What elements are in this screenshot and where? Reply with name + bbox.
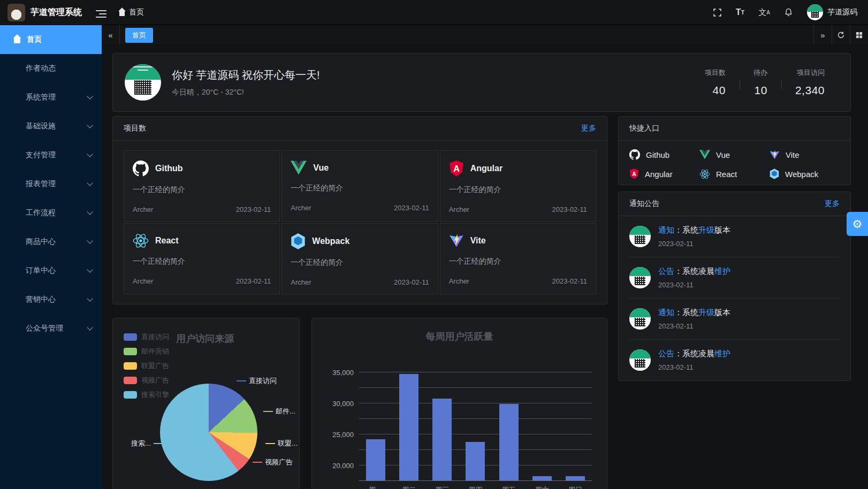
y-axis-tick: 35,000 (332, 369, 354, 377)
user-name: 芋道源码 (827, 7, 857, 17)
chevron-down-icon (87, 180, 93, 186)
project-card-webpack[interactable]: Webpack 一个正经的简介 Archer 2023-02-11 (281, 223, 438, 294)
notice-avatar (629, 308, 651, 330)
theme-settings-button[interactable]: ⚙ (847, 212, 868, 236)
x-axis-tick: 周日 (559, 485, 592, 489)
breadcrumb-item-home[interactable]: 首页 (129, 7, 144, 17)
legend-item[interactable]: 搜索引擎 (124, 390, 169, 400)
legend-label: 搜索引擎 (141, 390, 169, 400)
notices-more-link[interactable]: 更多 (825, 199, 840, 209)
legend-label: 直接访问 (141, 332, 169, 342)
project-author: Archer (133, 277, 153, 285)
legend-item[interactable]: 邮件营销 (124, 347, 169, 356)
projects-panel: 项目数 更多 Github (112, 116, 607, 304)
svg-text:A: A (453, 164, 460, 173)
pie-slice-label: 视频广告 (250, 457, 293, 467)
sidebar-item-marketing-center[interactable]: 营销中心 (0, 285, 102, 314)
sidebar-item-system[interactable]: 系统管理 (0, 83, 102, 112)
project-card-vue[interactable]: Vue 一个正经的简介 Archer 2023-02-11 (281, 150, 438, 221)
sidebar: 首页 作者动态 系统管理 基础设施 支付管理 报表管理 工作流程 商品中心 (0, 25, 102, 489)
sidebar-item-order-center[interactable]: 订单中心 (0, 256, 102, 285)
x-axis-tick: 周四 (459, 485, 492, 489)
sidebar-item-workflow[interactable]: 工作流程 (0, 198, 102, 227)
notice-item[interactable]: 通知：系统升级版本 2023-02-11 (629, 299, 840, 340)
shortcut-vite[interactable]: Vite (770, 149, 840, 160)
shortcut-github[interactable]: Github (629, 149, 699, 160)
project-date: 2023-02-11 (552, 205, 587, 213)
sidebar-item-product-center[interactable]: 商品中心 (0, 227, 102, 256)
sidebar-item-infra[interactable]: 基础设施 (0, 112, 102, 141)
bar-chart-title: 每周用户活跃量 (312, 330, 607, 343)
legend-swatch (124, 362, 137, 370)
notice-item[interactable]: 公告：系统凌晨维护 2023-02-11 (629, 257, 840, 299)
sidebar-item-home[interactable]: 首页 (0, 25, 102, 54)
bar[interactable] (466, 442, 485, 480)
bar[interactable] (366, 439, 385, 480)
pie-chart-title: 用户访问来源 (176, 332, 234, 345)
bar[interactable] (399, 374, 418, 480)
pie-chart[interactable] (160, 384, 257, 481)
bar[interactable] (432, 399, 452, 480)
project-date: 2023-02-11 (236, 205, 271, 213)
shortcut-vue[interactable]: Vue (699, 149, 770, 160)
sidebar-item-report[interactable]: 报表管理 (0, 170, 102, 198)
legend-item[interactable]: 联盟广告 (124, 361, 169, 371)
menu-fold-icon[interactable] (96, 8, 106, 17)
angular-icon: A (629, 169, 639, 179)
font-size-icon[interactable]: TT (736, 7, 745, 17)
legend-item[interactable]: 视频广告 (124, 376, 169, 385)
welcome-card: 你好 芋道源码 祝你开心每一天! 今日晴，20°C - 32°C! 项目数 40… (112, 53, 851, 112)
refresh-icon[interactable] (832, 25, 850, 45)
bar[interactable] (566, 476, 585, 480)
bar[interactable] (532, 476, 552, 480)
shortcut-angular[interactable]: A Angular (629, 169, 699, 179)
legend-label: 视频广告 (141, 376, 169, 385)
tab-home[interactable]: 首页 (125, 28, 153, 43)
vue-icon (699, 150, 710, 159)
x-axis-line: 0 (359, 480, 592, 481)
project-card-vite[interactable]: Vite 一个正经的简介 Archer 2023-02-11 (440, 223, 596, 294)
project-card-github[interactable]: Github 一个正经的简介 Archer 2023-02-11 (124, 150, 280, 221)
chevron-down-icon (87, 209, 93, 215)
bar-chart-x-axis: 周一周二周三周四周五周六周日 (359, 485, 592, 489)
sidebar-item-author-news[interactable]: 作者动态 (0, 54, 102, 83)
bar[interactable] (499, 404, 519, 480)
bar-chart-plot[interactable]: 05,00010,00015,00020,00025,00030,00035,0… (359, 372, 592, 480)
fullscreen-icon[interactable] (713, 8, 722, 17)
vite-icon (770, 150, 780, 160)
tabs-scroll-right-button[interactable]: » (813, 25, 832, 45)
sidebar-item-payment[interactable]: 支付管理 (0, 141, 102, 170)
legend-swatch (124, 391, 137, 399)
home-icon (118, 9, 126, 16)
pie-chart-legend: 直接访问邮件营销联盟广告视频广告搜索引擎 (124, 332, 169, 404)
app-header: 芋道管理系统 首页 TT 文A 芋道源码 (0, 0, 868, 25)
notification-bell-icon[interactable] (784, 7, 793, 17)
projects-more-link[interactable]: 更多 (581, 124, 596, 133)
chevron-down-icon (87, 238, 93, 243)
notices-panel: 通知公告 更多 通知：系统升级版本 2023-02-11 (618, 192, 851, 381)
project-card-angular[interactable]: A Angular 一个正经的简介 Archer 2023-02-11 (440, 150, 596, 221)
stat-todo: 待办 10 (740, 68, 781, 97)
pie-slice-label: 搜索... (131, 439, 166, 448)
chevron-down-icon (87, 324, 93, 330)
layout-grid-icon[interactable] (850, 25, 868, 45)
tabs-scroll-left-button[interactable]: « (102, 25, 120, 45)
project-card-react[interactable]: React 一个正经的简介 Archer 2023-02-11 (124, 223, 280, 294)
bar-chart-card: 每周用户活跃量 05,00010,00015,00020,00025,00030… (311, 318, 607, 489)
breadcrumb[interactable]: 首页 (118, 7, 144, 17)
github-icon (133, 161, 149, 177)
project-author: Archer (449, 277, 469, 285)
sidebar-item-wechat-mgmt[interactable]: 公众号管理 (0, 314, 102, 343)
angular-icon: A (449, 161, 464, 177)
stat-visits: 项目访问 2,340 (781, 68, 839, 97)
language-icon[interactable]: 文A (758, 7, 770, 18)
notice-item[interactable]: 公告：系统凌晨维护 2023-02-11 (629, 340, 840, 380)
user-menu[interactable]: 芋道源码 (807, 4, 857, 20)
shortcut-react[interactable]: React (699, 169, 770, 179)
legend-item[interactable]: 直接访问 (124, 332, 169, 342)
stat-projects: 项目数 40 (691, 68, 740, 97)
notice-date: 2023-02-11 (658, 322, 730, 330)
notice-item[interactable]: 通知：系统升级版本 2023-02-11 (629, 216, 840, 257)
legend-swatch (124, 377, 137, 384)
shortcut-webpack[interactable]: Webpack (770, 169, 840, 179)
